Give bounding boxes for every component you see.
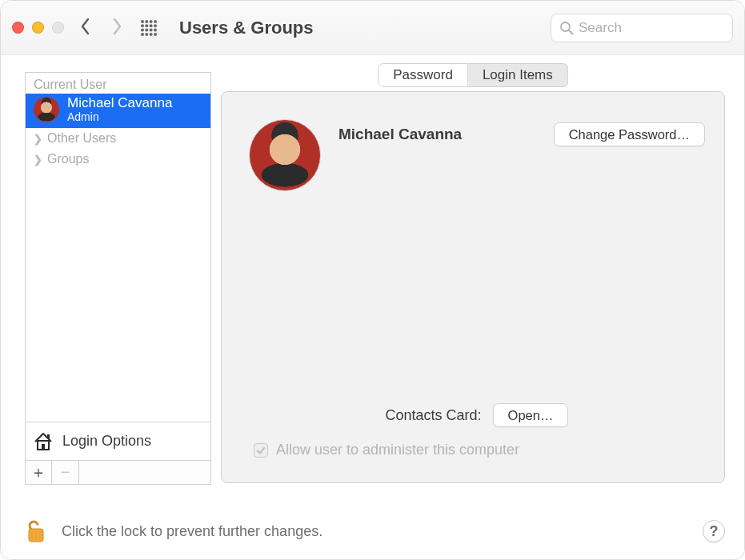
svg-rect-20	[47, 434, 50, 438]
window-title: Users & Groups	[179, 18, 314, 38]
footer: Click the lock to prevent further change…	[25, 518, 725, 545]
zoom-window-button-disabled	[52, 22, 64, 34]
svg-point-7	[154, 24, 157, 27]
window-controls	[12, 22, 64, 34]
tab-bar: Password Login Items	[378, 63, 568, 87]
svg-point-2	[150, 20, 153, 23]
open-contacts-card-button[interactable]: Open…	[493, 403, 569, 427]
forward-button[interactable]	[106, 15, 128, 41]
svg-point-3	[154, 20, 157, 23]
tab-login-items[interactable]: Login Items	[468, 63, 568, 87]
login-options-label: Login Options	[62, 433, 151, 450]
house-icon	[32, 430, 54, 453]
user-avatar[interactable]	[249, 119, 321, 191]
login-options-row[interactable]: Login Options	[26, 422, 210, 460]
change-password-button[interactable]: Change Password…	[554, 122, 705, 146]
grid-icon	[140, 19, 158, 37]
sidebar-actions: ＋ −	[25, 461, 211, 485]
chevron-right-icon	[111, 14, 123, 42]
checkmark-icon	[256, 446, 266, 455]
avatar-small	[34, 97, 59, 122]
chevron-right-icon: ❯	[34, 154, 42, 166]
sidebar-section-label: Groups	[47, 152, 89, 166]
preferences-window: Users & Groups Current User Michael Cava…	[0, 0, 745, 560]
sidebar-section-other-users[interactable]: ❯ Other Users	[26, 128, 210, 149]
svg-point-5	[145, 24, 148, 27]
svg-line-17	[569, 30, 573, 34]
plus-icon: ＋	[30, 462, 46, 483]
admin-checkbox-label: Allow user to administer this computer	[276, 442, 519, 458]
sidebar-user-selected[interactable]: Michael Cavanna Admin	[26, 94, 210, 128]
svg-point-10	[150, 28, 153, 31]
svg-point-6	[150, 24, 153, 27]
sidebar-header-current-user: Current User	[26, 73, 210, 94]
lock-button[interactable]	[25, 518, 47, 545]
show-all-preferences-button[interactable]	[138, 17, 160, 39]
sidebar-section-label: Other Users	[47, 131, 116, 146]
tab-password[interactable]: Password	[378, 63, 468, 87]
minimize-window-button[interactable]	[32, 22, 44, 34]
admin-checkbox	[254, 443, 268, 458]
svg-point-11	[154, 28, 157, 31]
svg-point-9	[145, 28, 148, 31]
user-display-name: Michael Cavanna	[338, 126, 462, 143]
svg-point-12	[141, 33, 144, 36]
password-pane: Michael Cavanna Change Password… Contact…	[221, 91, 725, 483]
svg-point-15	[154, 33, 157, 36]
svg-point-14	[150, 33, 153, 36]
users-sidebar: Current User Michael Cavanna Admin ❯ Oth…	[25, 72, 211, 461]
back-button[interactable]	[74, 15, 96, 41]
search-input[interactable]	[579, 20, 745, 36]
sidebar-user-role: Admin	[67, 111, 172, 123]
help-button[interactable]: ?	[703, 520, 725, 542]
titlebar: Users & Groups	[1, 1, 744, 55]
sidebar-section-groups[interactable]: ❯ Groups	[26, 149, 210, 170]
svg-rect-19	[42, 444, 45, 450]
remove-user-button: −	[52, 461, 79, 485]
content-area: Current User Michael Cavanna Admin ❯ Oth…	[1, 55, 744, 559]
svg-point-1	[145, 20, 148, 23]
svg-point-4	[141, 24, 144, 27]
sidebar-user-name: Michael Cavanna	[67, 96, 172, 111]
minus-icon: −	[61, 463, 70, 482]
chevron-left-icon	[79, 14, 91, 42]
svg-point-8	[141, 28, 144, 31]
search-field[interactable]	[551, 14, 733, 42]
svg-point-16	[561, 22, 570, 31]
svg-point-0	[141, 20, 144, 23]
main-pane: Password Login Items Michael Cavanna Cha…	[221, 72, 725, 559]
add-user-button[interactable]: ＋	[25, 461, 52, 485]
close-window-button[interactable]	[12, 22, 24, 34]
lock-message: Click the lock to prevent further change…	[62, 523, 322, 540]
unlocked-lock-icon	[25, 518, 47, 545]
contacts-card-row: Contacts Card: Open…	[249, 403, 705, 427]
svg-point-13	[145, 33, 148, 36]
admin-checkbox-row: Allow user to administer this computer	[249, 442, 705, 458]
search-icon	[559, 21, 574, 35]
contacts-card-label: Contacts Card:	[386, 407, 482, 424]
user-header: Michael Cavanna Change Password…	[222, 92, 724, 191]
chevron-right-icon: ❯	[34, 133, 42, 145]
sidebar-actions-spacer	[79, 461, 211, 485]
